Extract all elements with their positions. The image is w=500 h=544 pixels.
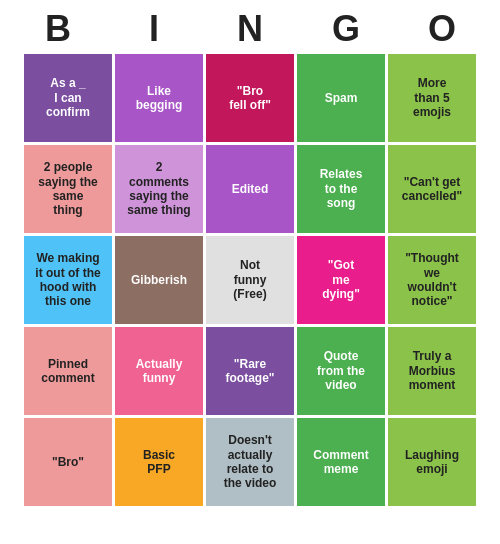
bingo-grid: As a _ I can confirmLike begging"Bro fel…: [24, 54, 476, 506]
bingo-cell[interactable]: Edited: [206, 145, 294, 233]
bingo-cell[interactable]: Not funny (Free): [206, 236, 294, 324]
bingo-cell[interactable]: "Thought we wouldn't notice": [388, 236, 476, 324]
bingo-cell[interactable]: "Bro fell off": [206, 54, 294, 142]
bingo-cell[interactable]: Gibberish: [115, 236, 203, 324]
bingo-cell[interactable]: "Can't get cancelled": [388, 145, 476, 233]
bingo-cell[interactable]: 2 people saying the same thing: [24, 145, 112, 233]
bingo-cell[interactable]: Relates to the song: [297, 145, 385, 233]
bingo-cell[interactable]: "Rare footage": [206, 327, 294, 415]
bingo-cell[interactable]: Spam: [297, 54, 385, 142]
bingo-header: BINGO: [10, 0, 490, 54]
bingo-cell[interactable]: We making it out of the hood with this o…: [24, 236, 112, 324]
bingo-cell[interactable]: Basic PFP: [115, 418, 203, 506]
bingo-cell[interactable]: Comment meme: [297, 418, 385, 506]
bingo-cell[interactable]: Quote from the video: [297, 327, 385, 415]
bingo-cell[interactable]: "Bro": [24, 418, 112, 506]
bingo-cell[interactable]: As a _ I can confirm: [24, 54, 112, 142]
bingo-letter: B: [14, 8, 102, 50]
bingo-cell[interactable]: Like begging: [115, 54, 203, 142]
bingo-cell[interactable]: 2 comments saying the same thing: [115, 145, 203, 233]
bingo-cell[interactable]: Laughing emoji: [388, 418, 476, 506]
bingo-cell[interactable]: More than 5 emojis: [388, 54, 476, 142]
bingo-cell[interactable]: Actually funny: [115, 327, 203, 415]
bingo-letter: G: [302, 8, 390, 50]
bingo-letter: O: [398, 8, 486, 50]
bingo-letter: N: [206, 8, 294, 50]
bingo-cell[interactable]: Doesn't actually relate to the video: [206, 418, 294, 506]
bingo-cell[interactable]: Pinned comment: [24, 327, 112, 415]
bingo-cell[interactable]: "Got me dying": [297, 236, 385, 324]
bingo-letter: I: [110, 8, 198, 50]
bingo-cell[interactable]: Truly a Morbius moment: [388, 327, 476, 415]
